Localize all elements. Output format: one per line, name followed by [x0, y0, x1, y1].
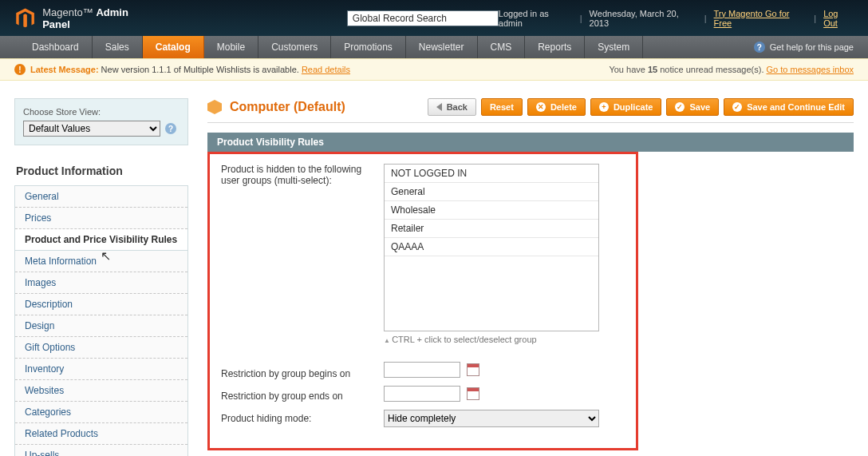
messages-inbox-link[interactable]: Go to messages inbox — [767, 65, 854, 74]
logo-text: Magento™ Admin Panel — [42, 6, 156, 30]
nav-help-link[interactable]: ? Get help for this page — [740, 36, 868, 58]
multiselect-hint: CTRL + click to select/deselect group — [384, 335, 625, 344]
product-icon — [207, 100, 222, 114]
calendar-icon[interactable] — [467, 387, 479, 400]
main-nav: Dashboard Sales Catalog Mobile Customers… — [0, 36, 868, 58]
calendar-icon[interactable] — [467, 363, 479, 376]
global-search-input[interactable] — [347, 10, 499, 26]
message-bar: ! Latest Message: New version 1.1.1 of M… — [0, 58, 868, 81]
sidebar: Choose Store View: Default Values ? Prod… — [14, 98, 188, 456]
delete-button[interactable]: ✕Delete — [527, 98, 586, 116]
action-buttons: Back Reset ✕Delete +Duplicate ✓Save ✓Sav… — [428, 98, 854, 116]
magento-logo-icon — [14, 7, 36, 30]
tab-general[interactable]: General — [15, 186, 187, 208]
tab-gift-options[interactable]: Gift Options — [15, 337, 187, 359]
tab-websites[interactable]: Websites — [15, 380, 187, 402]
nav-system[interactable]: System — [585, 36, 643, 58]
tab-design[interactable]: Design — [15, 315, 187, 337]
content: Computer (Default) Back Reset ✕Delete +D… — [207, 98, 854, 456]
arrow-left-icon — [436, 103, 442, 111]
save-button[interactable]: ✓Save — [666, 98, 719, 116]
tab-images[interactable]: Images — [15, 272, 187, 294]
page-title: Computer (Default) — [230, 100, 420, 114]
nav-promotions[interactable]: Promotions — [331, 36, 406, 58]
back-button[interactable]: Back — [428, 98, 476, 116]
logo: Magento™ Admin Panel — [14, 6, 156, 30]
header-date: Wednesday, March 20, 2013 — [590, 9, 697, 28]
sidebar-tabs: General Prices Product and Price Visibil… — [14, 185, 188, 456]
store-view-select[interactable]: Default Values — [23, 121, 160, 137]
end-label: Restriction by group ends on — [221, 391, 373, 402]
logged-in-text: Logged in as admin — [499, 9, 573, 28]
hiding-mode-select[interactable]: Hide completely — [384, 410, 599, 427]
mode-label: Product hiding mode: — [221, 413, 373, 424]
logout-link[interactable]: Log Out — [823, 9, 854, 28]
check-icon: ✓ — [732, 102, 742, 112]
warning-icon: ! — [14, 64, 26, 75]
nav-dashboard[interactable]: Dashboard — [19, 36, 93, 58]
reset-button[interactable]: Reset — [481, 98, 523, 116]
group-option[interactable]: Retailer — [385, 220, 598, 238]
section-title: Product Visibility Rules — [207, 133, 854, 152]
main-area: Choose Store View: Default Values ? Prod… — [0, 81, 868, 456]
nav-catalog[interactable]: Catalog — [143, 36, 204, 58]
sidebar-title: Product Information — [14, 160, 188, 185]
duplicate-button[interactable]: +Duplicate — [590, 98, 662, 116]
try-magento-link[interactable]: Try Magento Go for Free — [714, 9, 807, 28]
notice-count: You have 15 notice unread message(s). Go… — [609, 65, 854, 74]
begin-date-input[interactable] — [384, 362, 460, 378]
groups-multiselect[interactable]: NOT LOGGED IN General Wholesale Retailer… — [384, 164, 599, 331]
tab-description[interactable]: Description — [15, 294, 187, 315]
latest-message-label: Latest Message: — [30, 65, 99, 74]
begin-label: Restriction by group begins on — [221, 368, 373, 379]
tab-related-products[interactable]: Related Products — [15, 423, 187, 445]
group-option[interactable]: General — [385, 183, 598, 201]
store-view-label: Choose Store View: — [23, 107, 180, 117]
tab-meta-information[interactable]: Meta Information — [15, 251, 187, 272]
tab-visibility-rules[interactable]: Product and Price Visibility Rules — [15, 229, 187, 251]
store-view-switcher: Choose Store View: Default Values ? — [14, 98, 188, 145]
content-header: Computer (Default) Back Reset ✕Delete +D… — [207, 98, 854, 123]
read-details-link[interactable]: Read details — [302, 65, 350, 74]
tab-inventory[interactable]: Inventory — [15, 359, 187, 380]
latest-message-text: New version 1.1.1 of Multiple Wishlists … — [101, 65, 299, 74]
check-icon: ✓ — [675, 102, 685, 112]
store-view-help-icon[interactable]: ? — [165, 123, 176, 134]
tab-up-sells[interactable]: Up-sells — [15, 445, 187, 456]
delete-icon: ✕ — [536, 102, 546, 112]
nav-sales[interactable]: Sales — [93, 36, 143, 58]
tab-categories[interactable]: Categories — [15, 402, 187, 423]
nav-cms[interactable]: CMS — [478, 36, 526, 58]
header: Magento™ Admin Panel Logged in as admin … — [0, 0, 868, 36]
nav-customers[interactable]: Customers — [258, 36, 331, 58]
global-search — [347, 10, 499, 26]
nav-newsletter[interactable]: Newsletter — [406, 36, 478, 58]
visibility-form: Product is hidden to the following user … — [207, 152, 638, 450]
help-icon: ? — [754, 42, 765, 53]
nav-reports[interactable]: Reports — [525, 36, 585, 58]
nav-mobile[interactable]: Mobile — [204, 36, 258, 58]
group-option[interactable]: NOT LOGGED IN — [385, 165, 598, 183]
tab-prices[interactable]: Prices — [15, 208, 187, 229]
group-option[interactable]: QAAAA — [385, 238, 598, 256]
groups-label: Product is hidden to the following user … — [221, 164, 373, 186]
end-date-input[interactable] — [384, 386, 460, 402]
plus-icon: + — [599, 102, 609, 112]
save-continue-button[interactable]: ✓Save and Continue Edit — [724, 98, 854, 116]
header-right: Logged in as admin | Wednesday, March 20… — [499, 9, 854, 28]
group-option[interactable]: Wholesale — [385, 201, 598, 220]
